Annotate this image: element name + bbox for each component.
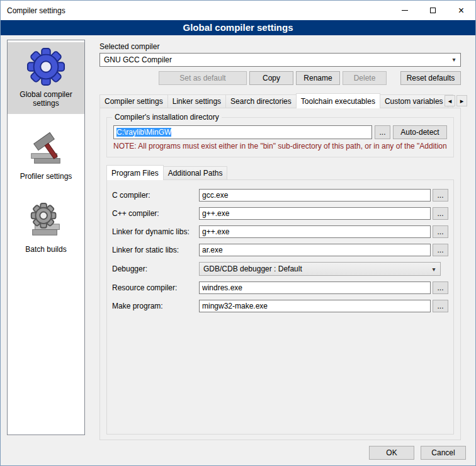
tab-additional-paths[interactable]: Additional Paths — [163, 166, 228, 179]
sidebar-item-global-compiler-settings[interactable]: Global compiler settings — [8, 42, 84, 114]
field-row-resource-compiler: Resource compiler: ... — [112, 281, 448, 294]
set-as-default-button[interactable]: Set as default — [159, 71, 247, 85]
sidebar-item-profiler-settings[interactable]: Profiler settings — [8, 124, 84, 187]
compiler-actions: Set as default Copy Rename Delete Reset … — [99, 71, 461, 85]
dialog-buttons: OK Cancel — [369, 446, 466, 460]
batch-builds-gear-icon — [26, 202, 65, 241]
resource-compiler-browse-button[interactable]: ... — [433, 281, 448, 294]
ok-button[interactable]: OK — [369, 446, 414, 460]
installation-note: NOTE: All programs must exist either in … — [113, 142, 447, 151]
close-icon: × — [458, 6, 464, 16]
copy-button[interactable]: Copy — [249, 71, 293, 85]
tab-search-directories[interactable]: Search directories — [225, 94, 297, 108]
tab-toolchain-executables[interactable]: Toolchain executables — [296, 93, 380, 108]
tabs-scroll-left-icon[interactable]: ◂ — [445, 95, 455, 106]
tabs-scroll-right-icon[interactable]: ▸ — [456, 95, 467, 106]
minimize-button[interactable] — [390, 1, 419, 20]
installation-directory-group: Compiler's installation directory C:\ray… — [106, 117, 454, 157]
c-compiler-browse-button[interactable]: ... — [433, 189, 448, 202]
blue-gear-icon — [26, 47, 65, 86]
delete-button[interactable]: Delete — [343, 71, 387, 85]
settings-tabs: Compiler settings Linker settings Search… — [99, 93, 468, 108]
make-program-browse-button[interactable]: ... — [433, 300, 448, 312]
sidebar-item-label: Profiler settings — [20, 172, 72, 181]
tab-custom-variables[interactable]: Custom variables — [380, 94, 448, 108]
compiler-settings-window: Compiler settings × Global compiler sett… — [0, 0, 476, 466]
main-panel: Selected compiler GNU GCC Compiler ▾ Set… — [92, 40, 468, 440]
selected-compiler-value: GNU GCC Compiler — [104, 55, 172, 64]
field-row-static-linker: Linker for static libs: ... — [112, 244, 448, 256]
auto-detect-button[interactable]: Auto-detect — [393, 125, 447, 139]
static-linker-input[interactable] — [199, 244, 431, 256]
field-row-make-program: Make program: ... — [112, 300, 448, 312]
spacer — [99, 71, 156, 85]
browse-directory-button[interactable]: ... — [375, 125, 390, 139]
field-row-dynamic-linker: Linker for dynamic libs: ... — [112, 225, 448, 238]
installation-directory-input[interactable]: C:\raylib\MinGW — [113, 125, 372, 139]
cpp-compiler-browse-button[interactable]: ... — [433, 207, 448, 220]
page-title: Global compiler settings — [1, 20, 475, 35]
c-compiler-input[interactable] — [199, 189, 431, 202]
dynamic-linker-input[interactable] — [199, 225, 431, 238]
maximize-icon — [430, 8, 436, 13]
dynamic-linker-label: Linker for dynamic libs: — [112, 227, 199, 236]
window-title: Compiler settings — [7, 6, 390, 15]
tab-program-files[interactable]: Program Files — [106, 165, 164, 180]
profiler-hammer-icon — [26, 129, 65, 168]
program-tabs: Program Files Additional Paths — [106, 165, 455, 179]
field-row-c-compiler: C compiler: ... — [112, 189, 448, 202]
sidebar-item-label: Batch builds — [25, 245, 66, 254]
tab-compiler-settings[interactable]: Compiler settings — [99, 94, 168, 108]
titlebar[interactable]: Compiler settings × — [1, 1, 475, 20]
debugger-label: Debugger: — [112, 264, 199, 273]
settings-category-list: Global compiler settings Profiler settin… — [7, 40, 85, 435]
rename-button[interactable]: Rename — [296, 71, 340, 85]
static-linker-label: Linker for static libs: — [112, 246, 199, 254]
resource-compiler-label: Resource compiler: — [112, 283, 199, 292]
program-files-page: C compiler: ... C++ compiler: ... Linker… — [106, 179, 454, 435]
debugger-dropdown[interactable]: GDB/CDB debugger : Default ▾ — [199, 262, 441, 276]
installation-directory-row: C:\raylib\MinGW ... Auto-detect — [113, 125, 447, 139]
selected-compiler-label: Selected compiler — [99, 42, 461, 51]
sidebar-item-batch-builds[interactable]: Batch builds — [8, 197, 84, 260]
debugger-value: GDB/CDB debugger : Default — [203, 264, 302, 273]
minimize-icon — [402, 10, 408, 11]
close-button[interactable]: × — [447, 1, 475, 20]
maximize-button[interactable] — [419, 1, 447, 20]
field-row-debugger: Debugger: GDB/CDB debugger : Default ▾ — [112, 262, 448, 276]
dialog-content: Global compiler settings Profiler settin… — [1, 35, 475, 465]
chevron-down-icon: ▾ — [428, 263, 440, 275]
cpp-compiler-input[interactable] — [199, 207, 431, 220]
chevron-down-icon: ▾ — [448, 54, 460, 66]
c-compiler-label: C compiler: — [112, 191, 199, 200]
installation-directory-value: C:\raylib\MinGW — [116, 128, 171, 137]
static-linker-browse-button[interactable]: ... — [433, 244, 448, 256]
resource-compiler-input[interactable] — [199, 281, 431, 294]
cancel-button[interactable]: Cancel — [421, 446, 466, 460]
sidebar-item-label: Global compiler settings — [10, 90, 82, 108]
cpp-compiler-label: C++ compiler: — [112, 209, 199, 218]
toolchain-executables-page: Compiler's installation directory C:\ray… — [99, 108, 461, 440]
dynamic-linker-browse-button[interactable]: ... — [433, 225, 448, 238]
reset-defaults-button[interactable]: Reset defaults — [400, 71, 461, 85]
make-program-label: Make program: — [112, 302, 199, 310]
tab-linker-settings[interactable]: Linker settings — [167, 94, 226, 108]
tab-scroll-controls: ◂ ▸ — [445, 95, 467, 106]
make-program-input[interactable] — [199, 300, 431, 312]
installation-directory-group-title: Compiler's installation directory — [112, 113, 222, 122]
selected-compiler-dropdown[interactable]: GNU GCC Compiler ▾ — [99, 53, 461, 67]
field-row-cpp-compiler: C++ compiler: ... — [112, 207, 448, 220]
